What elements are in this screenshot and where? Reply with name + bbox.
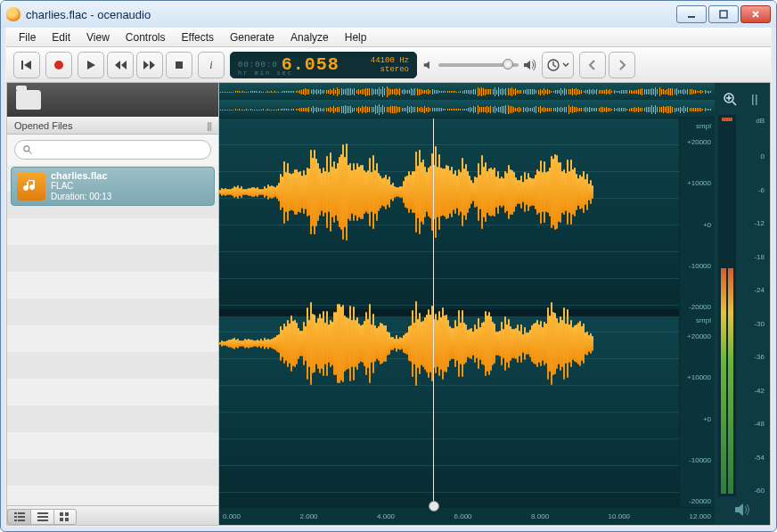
ruler-tick: 4.000	[377, 512, 395, 520]
db-tick: -42	[743, 387, 765, 395]
amp-tick: +10000	[680, 179, 711, 187]
db-tick: -60	[743, 487, 765, 495]
svg-rect-10	[14, 516, 17, 518]
ruler-tick: 8.000	[531, 512, 549, 520]
svg-rect-14	[37, 512, 48, 514]
application-window: charlies.flac - ocenaudio File Edit View…	[0, 0, 777, 532]
db-tick: -54	[743, 454, 765, 462]
meter-grip-icon[interactable]	[747, 92, 763, 108]
svg-rect-1	[720, 11, 727, 18]
amp-tick: +10000	[680, 373, 711, 381]
waveform-canvas[interactable]	[219, 119, 679, 507]
ruler-tick: 2.000	[300, 512, 318, 520]
titlebar[interactable]: charlies.flac - ocenaudio	[1, 1, 776, 28]
db-tick: -12	[743, 219, 765, 227]
nav-back-button[interactable]	[579, 52, 606, 78]
clock-icon	[546, 58, 560, 72]
main-area: Opened Files ||| charlies.flac FLAC Dura…	[6, 83, 771, 526]
meter-bar-right	[728, 268, 733, 494]
menu-controls[interactable]: Controls	[119, 29, 173, 45]
volume-high-icon	[522, 58, 536, 72]
ruler-tick: 6.000	[454, 512, 472, 520]
search-icon	[22, 144, 33, 155]
window-title: charlies.flac - ocenaudio	[26, 8, 151, 21]
time-ruler[interactable]: 0.000 2.000 4.000 6.000 8.000 10.000 12.…	[219, 507, 715, 525]
folder-bar[interactable]	[7, 83, 218, 117]
close-button[interactable]	[740, 5, 771, 23]
svg-rect-19	[60, 518, 63, 521]
overview-waveform[interactable]	[219, 83, 715, 119]
nav-forward-button[interactable]	[609, 52, 635, 78]
folder-icon	[16, 90, 41, 110]
svg-rect-0	[688, 16, 695, 18]
volume-slider[interactable]	[438, 63, 519, 67]
amp-unit: smpl	[680, 119, 715, 136]
svg-rect-16	[37, 520, 48, 521]
menu-edit[interactable]: Edit	[45, 29, 78, 45]
amp-unit: smpl	[680, 313, 715, 331]
meter-bar-left	[721, 268, 726, 494]
menu-help[interactable]: Help	[338, 29, 374, 45]
svg-point-3	[54, 61, 63, 70]
info-button[interactable]: i	[198, 52, 225, 78]
chevron-down-icon	[562, 61, 569, 69]
level-meter	[718, 115, 736, 496]
output-speaker-icon[interactable]	[718, 500, 766, 520]
channel-mode: stereo	[371, 65, 409, 74]
amp-tick: +20000	[680, 332, 711, 340]
rewind-button[interactable]	[107, 52, 134, 78]
time-display[interactable]: 00:00:0 6.058 44100 Hz stereo hr min sec	[230, 52, 417, 78]
forward-button[interactable]	[136, 52, 163, 78]
time-prefix: 00:00:0	[238, 61, 278, 70]
history-button[interactable]	[542, 52, 574, 78]
menu-file[interactable]: File	[12, 29, 43, 45]
volume-knob[interactable]	[503, 59, 513, 70]
ruler-tick: 12.000	[690, 512, 711, 520]
zoom-in-icon[interactable]	[723, 92, 739, 108]
goto-start-button[interactable]	[13, 52, 40, 78]
opened-files-header[interactable]: Opened Files |||	[7, 117, 218, 135]
svg-rect-15	[37, 516, 48, 518]
view-compact-button[interactable]	[30, 509, 53, 525]
channel-left	[219, 127, 679, 257]
maximize-button[interactable]	[708, 5, 739, 23]
db-tick: -30	[743, 320, 765, 328]
playhead[interactable]	[433, 119, 434, 507]
main-waveform[interactable]: smpl +20000 +10000 +0 -10000 -20000 smpl…	[219, 119, 715, 507]
amp-tick: -10000	[680, 456, 711, 464]
svg-rect-11	[18, 516, 25, 518]
play-button[interactable]	[78, 52, 104, 78]
amp-tick: +0	[680, 415, 711, 423]
menu-generate[interactable]: Generate	[223, 29, 282, 45]
amp-tick: -20000	[680, 497, 711, 505]
ruler-tick: 10.000	[609, 512, 630, 520]
svg-rect-12	[14, 520, 17, 521]
stop-button[interactable]	[166, 52, 192, 78]
amp-tick: +0	[680, 221, 711, 229]
svg-rect-17	[60, 512, 63, 516]
time-unit-labels: hr min sec	[238, 70, 293, 77]
view-list-button[interactable]	[7, 509, 30, 525]
sidebar: Opened Files ||| charlies.flac FLAC Dura…	[7, 83, 219, 525]
sample-rate: 44100 Hz	[371, 56, 409, 65]
amp-tick: -10000	[680, 262, 711, 270]
menu-analyze[interactable]: Analyze	[283, 29, 336, 45]
minimize-button[interactable]	[676, 5, 707, 23]
amp-tick: +20000	[680, 138, 711, 146]
channel-right	[219, 279, 679, 408]
db-tick: -36	[743, 353, 765, 361]
db-unit: dB	[743, 117, 765, 127]
file-list[interactable]: charlies.flac FLAC Duration: 00:13	[7, 165, 218, 505]
file-thumb-icon	[17, 172, 45, 201]
search-input[interactable]	[14, 140, 211, 160]
menu-view[interactable]: View	[79, 29, 117, 45]
file-item[interactable]: charlies.flac FLAC Duration: 00:13	[11, 167, 215, 206]
volume-low-icon	[422, 59, 435, 71]
view-grid-button[interactable]	[53, 509, 77, 525]
file-format: FLAC	[51, 181, 111, 192]
record-button[interactable]	[45, 52, 72, 78]
amp-tick: -20000	[680, 303, 711, 311]
db-scale: dB 0 -6 -12 -18 -24 -30 -36 -42 -48 -54 …	[741, 115, 766, 496]
svg-rect-18	[65, 512, 69, 516]
menu-effects[interactable]: Effects	[175, 29, 221, 45]
